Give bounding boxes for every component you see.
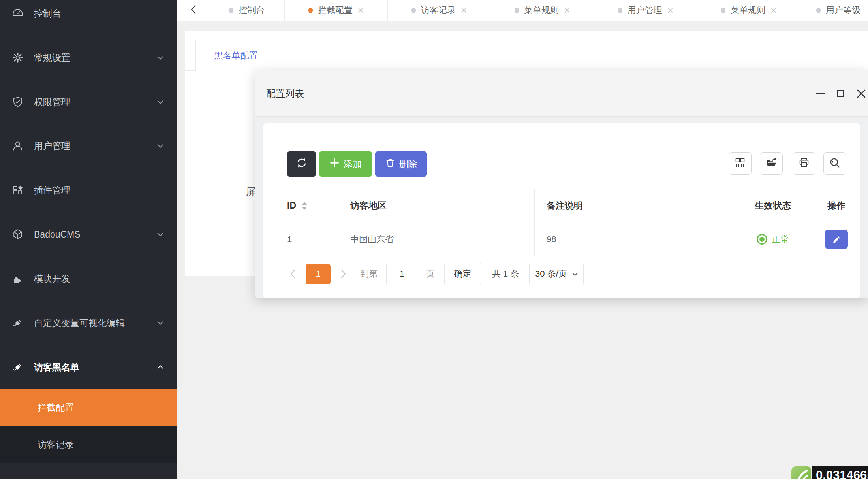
tab-label: 菜单规则 [731,4,765,16]
search-button[interactable] [823,152,846,175]
dashboard-icon [12,8,24,19]
tab-menu-rules-2[interactable]: 菜单规则 × [697,0,800,21]
sidebar-item-dashboard[interactable]: 控制台 [0,2,177,25]
cell-id: 1 [275,223,338,256]
table-header-id[interactable]: ID [275,189,338,223]
plug-icon [12,317,24,329]
maximize-icon[interactable] [837,90,844,97]
sidebar-item-badoucms[interactable]: BadouCMS [0,223,177,246]
sidebar-item-permissions[interactable]: 权限管理 [0,90,177,114]
sidebar-item-visitor-blacklist[interactable]: 访客黑名单 [0,355,177,379]
sidebar-item-label: BadouCMS [34,229,81,240]
export-button[interactable] [760,152,783,175]
sort-icon[interactable] [302,202,307,210]
search-icon [829,157,841,170]
close-icon[interactable]: × [770,5,776,15]
chevron-down-icon [157,321,164,326]
top-tabbar: 控制台 拦截配置 × 访客记录 × 菜单规则 × 用户管理 × 菜单规则 × [177,0,868,21]
tab-blacklist-config[interactable]: 黑名单配置 [195,40,276,71]
cube-icon [12,228,24,240]
pagination: 1 到第 页 确定 共 1 条 30 条/页 [289,262,584,285]
current-page-button[interactable]: 1 [306,264,331,284]
edit-button[interactable] [825,230,848,249]
tab-dot-icon [411,8,416,13]
sidebar-item-module-dev[interactable]: 模块开发 [0,267,177,290]
print-button[interactable] [793,152,815,175]
close-icon[interactable] [856,89,866,99]
sidebar-item-plugins[interactable]: 插件管理 [0,178,177,202]
tab-console[interactable]: 控制台 [209,0,285,21]
tab-user-level[interactable]: 用户等级 [800,0,868,21]
sidebar-subitem-visitor-log[interactable]: 访客记录 [0,426,177,463]
screen: 控制台 常规设置 [0,0,868,479]
header-label: 访客地区 [350,200,387,212]
config-table: ID 访客地区 备注说明 生效状态 [275,189,860,256]
tab-label: 用户管理 [628,4,662,16]
tab-block-config[interactable]: 拦截配置 × [285,0,388,21]
cell-region: 中国山东省 [338,223,534,256]
tab-menu-rules-1[interactable]: 菜单规则 × [491,0,594,21]
confirm-button[interactable]: 确定 [444,263,481,285]
leaf-logo-icon [791,466,811,479]
render-time-value: 0.031466s [812,466,868,479]
modal-title: 配置列表 [266,70,304,117]
printer-icon [798,157,810,170]
chevron-down-icon [157,55,164,60]
close-icon[interactable]: × [667,5,673,15]
goto-page-input[interactable] [386,263,417,285]
cell-value: 1 [287,234,292,245]
minimize-icon[interactable] [816,93,825,94]
sidebar-item-users[interactable]: 用户管理 [0,134,177,158]
tabbar-scroll-left-button[interactable] [177,0,209,21]
header-label: 操作 [827,200,845,212]
table-row[interactable]: 1 中国山东省 98 正常 [275,223,860,256]
chevron-down-icon [157,100,164,105]
sidebar-item-custom-vars[interactable]: 自定义变量可视化编辑 [0,311,177,335]
cell-value: 中国山东省 [350,234,394,245]
table-header-region: 访客地区 [338,189,534,223]
cell-remark: 98 [534,223,733,256]
close-icon[interactable]: × [564,5,570,15]
tab-user-management[interactable]: 用户管理 × [594,0,697,21]
chevron-down-icon [157,143,164,149]
next-page-icon[interactable] [340,269,347,279]
refresh-icon [296,157,308,171]
refresh-button[interactable] [287,151,316,177]
tab-label: 菜单规则 [524,4,559,16]
status-badge: 正常 [772,234,789,245]
goto-suffix-label: 页 [426,268,435,280]
sidebar-subitem-block-config[interactable]: 拦截配置 [0,389,177,426]
close-icon[interactable]: × [358,5,364,15]
tab-label: 黑名单配置 [214,50,258,62]
sidebar-item-label: 访客黑名单 [34,361,79,373]
cell-status: 正常 [733,223,813,256]
render-time-badge: 0.031466s [791,466,868,479]
user-icon [12,140,24,152]
prev-page-icon[interactable] [289,269,296,279]
plug-icon [12,361,24,373]
cell-action [813,223,860,256]
tab-visitor-log[interactable]: 访客记录 × [388,0,491,21]
add-button[interactable]: 添加 [319,151,372,177]
header-label: 备注说明 [547,200,583,212]
close-icon[interactable]: × [461,5,467,15]
tab-dot-icon [721,8,725,13]
config-list-modal: 配置列表 [255,70,868,298]
cell-value: 98 [547,234,556,245]
modal-header[interactable]: 配置列表 [255,70,868,117]
header-label: 生效状态 [755,200,791,212]
chevron-up-icon [157,365,164,370]
chevron-down-icon [572,269,578,279]
columns-filter-button[interactable] [729,152,752,175]
sort-asc-icon[interactable] [302,202,307,205]
sidebar-item-general-settings[interactable]: 常规设置 [0,46,177,70]
page-size-select[interactable]: 30 条/页 [529,263,584,285]
sidebar: 控制台 常规设置 [0,0,177,479]
table-header-action: 操作 [813,189,860,223]
delete-button[interactable]: 删除 [375,151,427,177]
sidebar-item-label: 模块开发 [34,273,70,285]
sidebar-item-label: 自定义变量可视化编辑 [34,317,125,329]
export-icon [765,157,777,170]
sort-desc-icon[interactable] [302,207,307,210]
modal-content-panel: 添加 删除 [263,123,860,298]
